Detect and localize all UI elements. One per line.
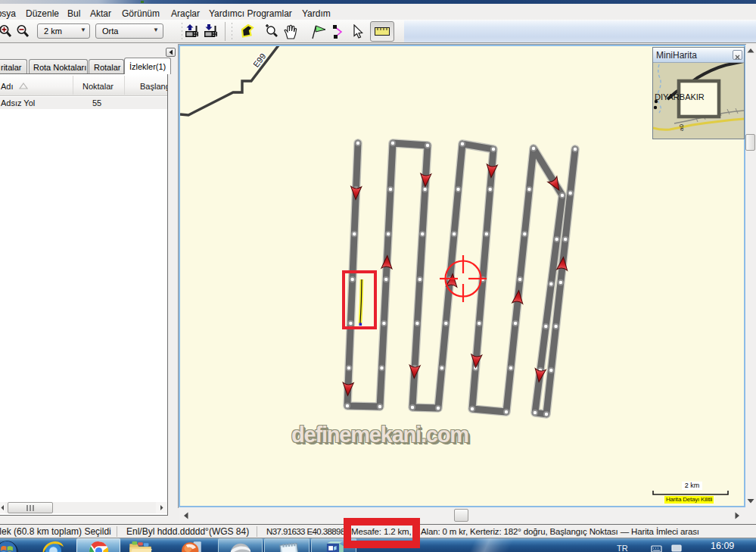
svg-text:DIYARBAKIR: DIYARBAKIR <box>655 92 705 101</box>
svg-text:a0: a0 <box>678 124 685 131</box>
svg-text:E99: E99 <box>251 51 267 69</box>
